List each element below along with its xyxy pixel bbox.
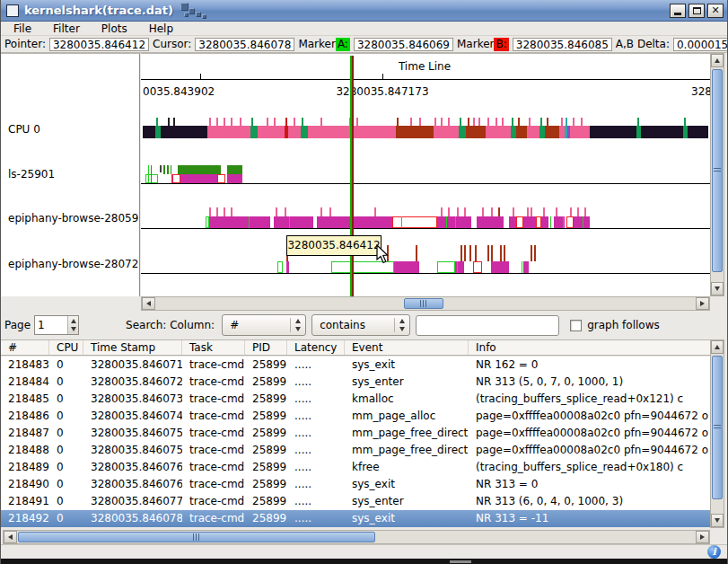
table-cell: ..... — [287, 510, 345, 527]
table-row[interactable]: 21848403280035.846072trace-cmd25899.....… — [1, 374, 710, 391]
table-cell: 3280035.846074 — [83, 408, 182, 425]
table-row[interactable]: 21848703280035.846075trace-cmd25899.....… — [1, 425, 710, 442]
column-header-info[interactable]: Info — [469, 340, 710, 355]
graph-row-label-epiphany-28072: epiphany-browse-28072 — [8, 258, 138, 270]
graph-scroll-up-button[interactable] — [711, 54, 724, 67]
table-cell: sys_exit — [345, 476, 469, 493]
table-cell: 25899 — [245, 493, 287, 510]
table-scroll-up-button[interactable] — [711, 340, 724, 354]
graph-scroll-left-button[interactable] — [142, 297, 155, 310]
graph-shape — [466, 126, 486, 138]
menu-file[interactable]: File — [13, 22, 31, 35]
table-scroll-right-button[interactable] — [696, 531, 709, 543]
graph-hscrollbar[interactable] — [141, 296, 710, 311]
column-header-event[interactable]: Event — [345, 340, 469, 355]
table-row[interactable]: 21848303280035.846071trace-cmd25899.....… — [1, 357, 710, 374]
column-header-time-stamp[interactable]: Time Stamp — [83, 340, 182, 355]
graph-scroll-right-button[interactable] — [696, 297, 709, 310]
page-input[interactable] — [35, 316, 67, 334]
maximize-button[interactable] — [689, 4, 705, 18]
table-hscroll-thumb[interactable] — [18, 532, 375, 542]
table-row[interactable]: 21848903280035.846076trace-cmd25899.....… — [1, 459, 710, 476]
table-row[interactable]: 21849003280035.846076trace-cmd25899.....… — [1, 476, 710, 493]
graph-shape — [401, 216, 402, 228]
graph-shape — [148, 165, 149, 183]
graph-shape — [163, 165, 165, 174]
title-bar[interactable]: kernelshark(trace.dat) ✕ — [1, 0, 728, 22]
table-cell: page=0xffffea00008a02c0 pfn=9044672 o — [469, 442, 710, 459]
graph-shape — [382, 74, 383, 79]
table-scroll-down-button[interactable] — [711, 514, 724, 527]
arrow-down-icon — [715, 286, 720, 291]
column-header-cpu[interactable]: CPU — [49, 340, 83, 355]
graph-row-label-epiphany-28059: epiphany-browse-28059 — [8, 212, 138, 225]
kernelshark-window: kernelshark(trace.dat) ✕ File Filter Plo… — [0, 0, 728, 564]
graph-shape — [374, 207, 376, 216]
graph-shape — [209, 118, 211, 126]
graph-shape — [583, 216, 583, 228]
table-row[interactable]: 21849103280035.846077trace-cmd25899.....… — [1, 493, 710, 510]
table-vscroll-thumb[interactable] — [712, 356, 723, 499]
graph-scroll-down-button[interactable] — [711, 282, 724, 295]
graph-shape — [529, 118, 531, 126]
table-row[interactable]: 21849203280035.846078trace-cmd25899.....… — [1, 510, 710, 527]
table-hscrollbar[interactable] — [3, 530, 710, 544]
graph-shape — [498, 207, 500, 216]
search-input[interactable] — [416, 315, 559, 336]
table-cell: trace-cmd — [182, 425, 245, 442]
table-cell: (tracing_buffers_splice_read+0x180) c — [469, 459, 710, 476]
menu-filter[interactable]: Filter — [53, 22, 80, 35]
graph-shape — [522, 261, 522, 273]
graph-shape — [561, 118, 563, 126]
column-header-num[interactable]: # — [1, 340, 49, 355]
column-header-pid[interactable]: PID — [245, 340, 287, 355]
table-scroll-left-button[interactable] — [4, 531, 17, 543]
graph-shape — [536, 216, 541, 228]
table-row[interactable]: 21848803280035.846075trace-cmd25899.....… — [1, 442, 710, 459]
graph-shape — [294, 118, 295, 126]
page-spinbox[interactable] — [34, 315, 79, 335]
graph-vscrollbar[interactable] — [710, 53, 724, 296]
graph-follows-checkbox[interactable] — [570, 320, 582, 331]
menu-plots[interactable]: Plots — [101, 22, 127, 35]
plot-area[interactable]: Time Line 0035.843902 3280035.847173 328… — [141, 53, 710, 296]
table-header[interactable]: #CPUTime StampTaskPIDLatencyEventInfo — [1, 339, 710, 356]
page-spin-arrows[interactable] — [67, 316, 78, 334]
table-cell: 25899 — [245, 442, 287, 459]
graph-vscroll-thumb[interactable] — [712, 69, 723, 272]
menu-help[interactable]: Help — [149, 22, 173, 35]
graph-shape — [563, 216, 564, 228]
table-vscrollbar[interactable] — [710, 339, 724, 528]
delta-label: A,B Delta: — [616, 38, 670, 50]
graph-shape — [276, 207, 277, 216]
timeline-title: Time Line — [399, 60, 451, 73]
graph-shape — [168, 118, 170, 126]
table-cell: 3280035.846071 — [83, 357, 182, 374]
kernelshark-logo-icon — [180, 3, 211, 19]
table-cell: trace-cmd — [182, 442, 245, 459]
graph-shape — [457, 261, 458, 273]
table-cell: page=0xffffea00008a02c0 pfn=9044672 o — [469, 425, 710, 442]
column-header-latency[interactable]: Latency — [287, 340, 345, 355]
resize-grip[interactable] — [450, 560, 471, 563]
match-select[interactable]: contains — [311, 314, 410, 336]
column-header-task[interactable]: Task — [182, 340, 245, 355]
table-cell: trace-cmd — [182, 357, 245, 374]
close-button[interactable]: ✕ — [707, 4, 724, 18]
table-cell: 218485 — [1, 391, 49, 408]
graph-shape — [171, 165, 171, 174]
table-cell: trace-cmd — [182, 374, 245, 391]
graph-shape — [527, 126, 539, 138]
arrow-up-icon — [715, 58, 720, 63]
graph-shape — [434, 126, 459, 138]
table-row[interactable]: 21848503280035.846073trace-cmd25899.....… — [1, 391, 710, 408]
column-select[interactable]: # — [222, 314, 306, 336]
cursor-line[interactable] — [352, 56, 354, 296]
table-row[interactable]: 21848603280035.846074trace-cmd25899.....… — [1, 408, 710, 425]
table-cell: mm_page_alloc — [345, 408, 469, 425]
graph-shape — [216, 207, 218, 216]
minimize-button[interactable] — [670, 4, 686, 18]
info-icon[interactable]: i — [707, 545, 721, 559]
graph-hscroll-thumb[interactable] — [404, 298, 443, 309]
graph-shape — [473, 118, 475, 126]
